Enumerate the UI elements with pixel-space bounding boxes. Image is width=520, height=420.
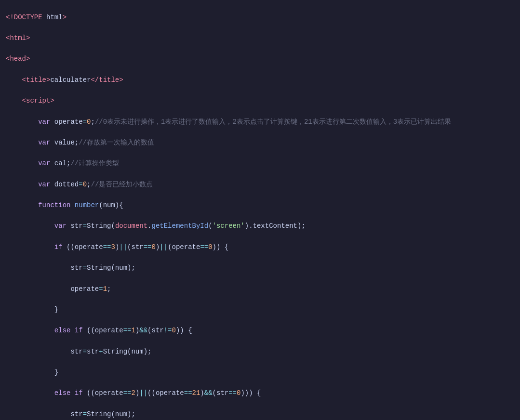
line-16: else if ((operate==1)&&(str!=0)) { (0, 326, 520, 336)
line-2: <html> (0, 33, 520, 44)
line-14: operate=1; (0, 284, 520, 295)
code-editor: <!DOCTYPE html> <html> <head> <title>cal… (0, 0, 520, 420)
line-18: } (0, 368, 520, 378)
line-13: str=String(num); (0, 263, 520, 274)
line-20: str=String(num); (0, 409, 520, 420)
line-12: if ((operate==3)||(str==0)||(operate==0)… (0, 242, 520, 253)
line-8: var cal;//计算操作类型 (0, 158, 520, 169)
line-5: <script> (0, 96, 520, 106)
line-9: var dotted=0;//是否已经加小数点 (0, 180, 520, 190)
line-17: str=str+String(num); (0, 347, 520, 357)
line-3: <head> (0, 54, 520, 65)
line-6: var operate=0;//0表示未进行操作，1表示进行了数值输入，2表示点… (0, 117, 520, 128)
line-15: } (0, 305, 520, 315)
line-7: var value;//存放第一次输入的数值 (0, 138, 520, 148)
line-10: function number(num){ (0, 200, 520, 211)
line-19: else if ((operate==2)||((operate==21)&&(… (0, 388, 520, 399)
line-4: <title>calculater</title> (0, 75, 520, 86)
line-1: <!DOCTYPE html> (0, 13, 520, 23)
line-11: var str=String(document.getElementById('… (0, 221, 520, 232)
